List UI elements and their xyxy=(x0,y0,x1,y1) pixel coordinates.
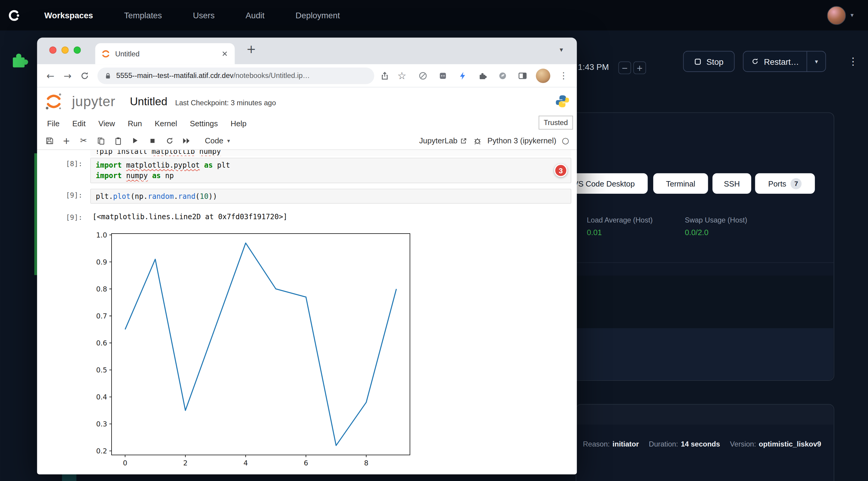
split-screen-icon[interactable] xyxy=(516,71,529,80)
svg-text:0.3: 0.3 xyxy=(96,420,107,428)
browser-toolbar: ← → 5555--main--test--matifali.atif.cdr.… xyxy=(37,64,577,88)
close-tab-icon[interactable] xyxy=(221,50,228,58)
browser-menu-icon[interactable]: ⋮ xyxy=(557,70,570,81)
terminal-label: Terminal xyxy=(666,179,695,188)
bookmark-star-icon[interactable]: ☆ xyxy=(395,70,408,82)
partial-code-cell[interactable]: !pip install matplotlib numpy xyxy=(90,150,571,156)
reason-value: initiator xyxy=(613,440,639,448)
svg-text:0.9: 0.9 xyxy=(96,258,107,266)
nav-item-deployment[interactable]: Deployment xyxy=(296,10,340,20)
jupyter-menubar: File Edit View Run Kernel Settings Help … xyxy=(37,115,577,132)
reload-icon[interactable] xyxy=(78,71,91,80)
nav-item-templates[interactable]: Templates xyxy=(124,10,162,20)
notebook-title[interactable]: Untitled xyxy=(130,95,167,108)
trusted-button[interactable]: Trusted xyxy=(539,116,573,130)
panel-row-light xyxy=(555,328,833,380)
interrupt-kernel-icon[interactable] xyxy=(148,137,157,144)
zoom-out-button[interactable]: − xyxy=(618,62,631,74)
restart-workspace-button[interactable]: Restart… ▾ xyxy=(743,51,826,72)
ports-button[interactable]: Ports 7 xyxy=(755,173,815,194)
menu-settings[interactable]: Settings xyxy=(190,119,218,128)
svg-text:2: 2 xyxy=(183,459,188,467)
restart-options-chevron[interactable]: ▾ xyxy=(807,52,826,71)
matplotlib-figure: 024680.20.30.40.50.60.70.80.91.0 xyxy=(83,228,415,472)
browser-tab[interactable]: Untitled xyxy=(95,43,235,64)
menu-run[interactable]: Run xyxy=(128,119,142,128)
python-logo-icon xyxy=(555,94,569,108)
browser-tab-strip: Untitled + ▾ xyxy=(37,38,577,64)
coder-logo-icon[interactable] xyxy=(5,7,22,23)
save-icon[interactable] xyxy=(45,136,54,145)
cell-prompt: [9]: xyxy=(54,191,83,199)
notification-badge[interactable]: 3 xyxy=(554,164,567,177)
checkpoint-text: Last Checkpoint: 3 minutes ago xyxy=(175,99,276,107)
minimize-window-button[interactable] xyxy=(61,46,69,54)
leaf-icon[interactable] xyxy=(496,71,509,80)
puzzle-piece-icon[interactable] xyxy=(11,51,30,72)
jupyter-favicon-icon xyxy=(101,49,111,58)
chevron-down-icon: ▾ xyxy=(227,138,230,143)
cell-type-dropdown[interactable]: Code ▾ xyxy=(205,136,230,145)
jupyterlab-label: JupyterLab xyxy=(419,136,457,145)
zoom-in-button[interactable]: + xyxy=(633,62,646,74)
restart-run-all-icon[interactable] xyxy=(182,137,191,144)
tampermonkey-icon[interactable] xyxy=(436,71,449,80)
debugger-bug-icon[interactable] xyxy=(473,136,482,145)
puzzle-extension-icon[interactable] xyxy=(476,71,489,80)
copy-cell-icon[interactable] xyxy=(96,136,105,145)
add-cell-icon[interactable]: + xyxy=(62,135,71,146)
panel-divider xyxy=(554,262,834,263)
output-repr-text: [<matplotlib.lines.Line2D at 0x7fd03f191… xyxy=(92,212,287,222)
code-cell-plot[interactable]: plt.plot(np.random.rand(10)) xyxy=(90,189,571,203)
nav-item-workspaces[interactable]: Workspaces xyxy=(44,10,93,20)
version-value: optimistic_liskov9 xyxy=(759,440,821,448)
vscode-desktop-label: VS Code Desktop xyxy=(573,179,634,188)
menu-kernel[interactable]: Kernel xyxy=(155,119,177,128)
svg-text:0.7: 0.7 xyxy=(96,312,107,320)
stop-workspace-button[interactable]: Stop xyxy=(683,51,735,72)
browser-window: Untitled + ▾ ← → xyxy=(37,38,577,474)
stop-icon xyxy=(694,58,702,65)
address-bar[interactable]: 5555--main--test--matifali.atif.cdr.dev/… xyxy=(97,67,374,84)
menu-help[interactable]: Help xyxy=(231,119,247,128)
onepassword-icon[interactable] xyxy=(416,71,430,80)
maximize-window-button[interactable] xyxy=(73,46,81,54)
jupyterlab-link[interactable]: JupyterLab xyxy=(419,136,467,145)
share-icon[interactable] xyxy=(378,71,392,80)
build-panel-header xyxy=(577,405,833,424)
svg-text:0.6: 0.6 xyxy=(96,339,107,347)
menu-view[interactable]: View xyxy=(98,119,115,128)
chevron-down-icon[interactable]: ▾ xyxy=(850,12,854,19)
paste-cell-icon[interactable] xyxy=(113,136,122,145)
close-window-button[interactable] xyxy=(49,46,56,54)
forward-icon[interactable]: → xyxy=(61,70,74,81)
url-domain: 5555--main--test--matifali.atif.cdr.dev xyxy=(116,71,234,80)
https-lock-icon xyxy=(104,71,112,80)
nav-item-users[interactable]: Users xyxy=(193,10,214,20)
tab-search-icon[interactable]: ▾ xyxy=(560,46,563,54)
code-cell-imports[interactable]: import matplotlib.pyplot as pltimport nu… xyxy=(90,158,571,183)
new-tab-button[interactable]: + xyxy=(246,42,256,56)
workspace-menu-icon[interactable]: ⋮ xyxy=(848,56,858,67)
nav-item-audit[interactable]: Audit xyxy=(246,10,265,20)
menu-edit[interactable]: Edit xyxy=(72,119,86,128)
back-icon[interactable]: ← xyxy=(44,70,57,81)
svg-text:6: 6 xyxy=(304,459,308,467)
notebook-body[interactable]: !pip install matplotlib numpy [8]: impor… xyxy=(37,150,577,474)
run-cell-icon[interactable] xyxy=(131,137,140,145)
menu-file[interactable]: File xyxy=(47,119,60,128)
output-prompt: [9]: xyxy=(54,213,83,222)
restart-kernel-icon[interactable] xyxy=(165,136,174,145)
kernel-name[interactable]: Python 3 (ipykernel) xyxy=(487,136,556,145)
terminal-button[interactable]: Terminal xyxy=(653,173,708,194)
cut-cell-icon[interactable]: ✂ xyxy=(79,135,88,146)
bolt-icon[interactable] xyxy=(456,71,469,80)
ssh-button[interactable]: SSH xyxy=(712,173,751,194)
nav-items: Workspaces Templates Users Audit Deploym… xyxy=(44,10,340,20)
load-average-value: 0.01 xyxy=(587,228,653,237)
user-avatar[interactable] xyxy=(827,6,846,25)
svg-text:0: 0 xyxy=(123,459,127,467)
browser-profile-avatar[interactable] xyxy=(536,68,550,83)
svg-text:8: 8 xyxy=(364,459,369,467)
top-navbar: Workspaces Templates Users Audit Deploym… xyxy=(0,0,868,31)
